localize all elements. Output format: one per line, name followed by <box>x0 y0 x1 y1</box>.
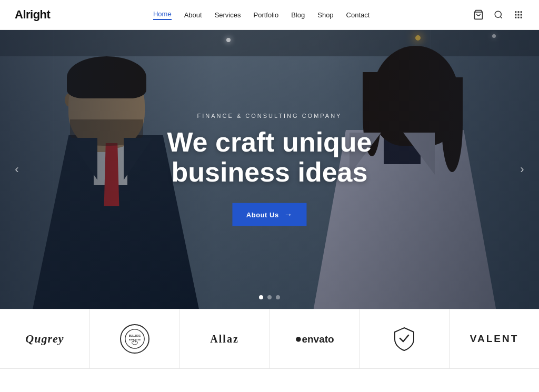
nav-portfolio[interactable]: Portfolio <box>254 11 279 19</box>
nav-about[interactable]: About <box>184 11 202 19</box>
about-us-button[interactable]: About Us → <box>233 203 306 226</box>
partner-shield <box>360 309 450 368</box>
nav-services[interactable]: Services <box>215 11 241 19</box>
partner-allaz: Allaz <box>180 309 270 368</box>
partner-envato: ●envato <box>270 309 360 368</box>
pagination-dot-1[interactable] <box>259 295 263 299</box>
hero-next-button[interactable]: › <box>513 160 532 179</box>
next-arrow-icon: › <box>520 163 524 176</box>
pagination-dot-3[interactable] <box>276 295 280 299</box>
hero-title: We craft uniquebusiness ideas <box>167 127 372 187</box>
nav-contact[interactable]: Contact <box>346 11 370 19</box>
nav-shop[interactable]: Shop <box>317 11 333 19</box>
partner-logo-envato: ●envato <box>295 332 334 346</box>
nav-blog[interactable]: Blog <box>291 11 305 19</box>
svg-rect-6 <box>515 14 516 16</box>
about-us-label: About Us <box>246 211 279 219</box>
arrow-icon: → <box>284 210 293 219</box>
partner-logo-valent: VALENT <box>470 333 519 345</box>
svg-point-16 <box>133 341 134 343</box>
hero-prev-button[interactable]: ‹ <box>7 160 26 179</box>
site-header: Alright Home About Services Portfolio Bl… <box>0 0 539 30</box>
site-logo[interactable]: Alright <box>15 8 50 22</box>
partner-qugrey: Qugrey <box>0 309 90 368</box>
svg-point-1 <box>495 11 501 17</box>
svg-rect-3 <box>515 11 516 13</box>
prev-arrow-icon: ‹ <box>15 163 18 176</box>
svg-point-17 <box>135 341 136 343</box>
what-we-do-section: WHAT WE DO <box>0 369 539 392</box>
svg-rect-10 <box>518 17 520 18</box>
hero-pagination <box>259 295 280 299</box>
partners-strip: Qugrey BULLDOG BORN TO BE Allaz ●envato <box>0 309 539 369</box>
nav-home[interactable]: Home <box>153 10 172 20</box>
svg-rect-11 <box>521 17 522 18</box>
svg-rect-7 <box>518 14 520 16</box>
partner-bulldog: BULLDOG BORN TO BE <box>90 309 180 368</box>
partner-logo-bulldog: BULLDOG BORN TO BE <box>120 324 149 354</box>
pagination-dot-2[interactable] <box>267 295 272 299</box>
partner-logo-allaz: Allaz <box>210 333 238 345</box>
cart-icon[interactable] <box>473 9 484 21</box>
svg-rect-9 <box>515 17 516 18</box>
header-icons <box>473 9 524 21</box>
partner-valent: VALENT <box>450 309 539 368</box>
svg-rect-5 <box>521 11 522 13</box>
svg-text:BORN TO BE: BORN TO BE <box>128 339 141 341</box>
partner-logo-qugrey: Qugrey <box>25 332 64 346</box>
hero-section: Finance & Consulting Company We craft un… <box>0 30 539 309</box>
partner-logo-shield <box>394 327 415 351</box>
main-nav: Home About Services Portfolio Blog Shop … <box>153 10 370 20</box>
svg-rect-8 <box>521 14 522 16</box>
svg-point-15 <box>132 341 137 345</box>
hero-content: Finance & Consulting Company We craft un… <box>167 113 372 226</box>
svg-line-2 <box>500 16 502 18</box>
search-icon[interactable] <box>493 9 504 21</box>
svg-text:BULLDOG: BULLDOG <box>129 335 141 337</box>
svg-rect-4 <box>518 11 520 13</box>
hero-subtitle: Finance & Consulting Company <box>167 113 372 119</box>
grid-icon[interactable] <box>513 9 524 21</box>
